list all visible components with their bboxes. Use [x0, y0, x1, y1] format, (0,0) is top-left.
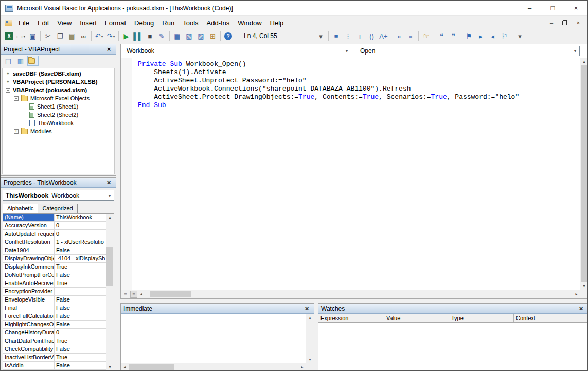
object-dropdown[interactable]: Workbook ▾ — [123, 46, 351, 56]
project-panel-close-button[interactable]: × — [104, 45, 113, 53]
child-close-button[interactable]: × — [572, 18, 584, 27]
property-row[interactable]: DoNotPromptForConFalse — [3, 271, 106, 279]
insert-userform-button[interactable]: ▭▾ — [15, 30, 27, 42]
property-name-cell[interactable]: Date1904 — [3, 246, 55, 255]
scroll-right-button[interactable]: ▸ — [298, 363, 306, 371]
watches-column-header-context[interactable]: Context — [514, 314, 588, 322]
project-tree[interactable]: +saveDBF (SaveDBF.xlam)+VBAProject (PERS… — [2, 68, 115, 174]
expand-toggle[interactable]: + — [6, 80, 10, 84]
properties-scrollbar[interactable]: ▴ ▾ — [106, 214, 114, 371]
properties-panel-close-button[interactable]: × — [104, 179, 113, 186]
tree-item[interactable]: ThisWorkbook — [3, 119, 114, 127]
expand-toggle[interactable]: − — [6, 88, 10, 93]
toggle-folders-button[interactable] — [27, 56, 39, 66]
scroll-down-button[interactable]: ▾ — [580, 282, 588, 290]
full-module-view-button[interactable]: ≡ — [130, 291, 137, 298]
immediate-panel-close-button[interactable]: × — [302, 305, 311, 312]
expand-toggle[interactable]: − — [14, 96, 19, 101]
menu-item-insert[interactable]: Insert — [76, 16, 101, 29]
property-row[interactable]: EncryptionProvider — [3, 288, 106, 296]
property-value-cell[interactable]: False — [55, 345, 106, 354]
property-name-cell[interactable]: EnvelopeVisible — [3, 296, 55, 304]
margin-indicator-bar[interactable] — [121, 58, 132, 290]
property-row[interactable]: ForceFullCalculationFalse — [3, 312, 106, 321]
property-value-cell[interactable]: False — [55, 312, 106, 321]
property-name-cell[interactable]: ConflictResolution — [3, 238, 55, 246]
property-name-cell[interactable]: CheckCompatibility — [3, 345, 55, 354]
immediate-horizontal-scrollbar[interactable]: ◂ ▸ — [121, 363, 306, 371]
watches-column-header-type[interactable]: Type — [449, 314, 514, 322]
maximize-button[interactable]: □ — [541, 1, 564, 15]
scroll-left-button[interactable]: ◂ — [121, 363, 129, 371]
scrollbar-track[interactable] — [129, 364, 298, 370]
menu-item-view[interactable]: View — [53, 16, 76, 29]
property-name-cell[interactable]: Final — [3, 304, 55, 312]
property-value-cell[interactable]: False — [55, 362, 106, 370]
code-horizontal-scrollbar[interactable]: ◂ ▸ — [137, 290, 580, 298]
property-row[interactable]: EnvelopeVisibleFalse — [3, 296, 106, 304]
view-object-button[interactable]: ▦ — [15, 56, 26, 66]
menu-item-help[interactable]: Help — [266, 16, 288, 29]
property-value-cell[interactable]: ThisWorkbook — [55, 214, 106, 222]
run-button[interactable]: ▶ — [120, 30, 132, 42]
property-value-cell[interactable]: False — [55, 296, 106, 304]
watches-panel-close-button[interactable]: × — [577, 305, 585, 312]
toggle-bookmark-button[interactable]: ⚑ — [463, 30, 475, 42]
scrollbar-thumb[interactable] — [150, 291, 191, 297]
scrollbar-track[interactable] — [145, 291, 573, 297]
expand-toggle[interactable]: + — [6, 72, 10, 76]
quick-info-button[interactable]: i — [354, 30, 366, 42]
edit-toolbar-options-button[interactable]: ▾ — [514, 30, 526, 42]
property-name-cell[interactable]: EnableAutoRecover — [3, 279, 55, 288]
property-name-cell[interactable]: EncryptionProvider — [3, 288, 55, 296]
property-value-cell[interactable]: False — [55, 246, 106, 255]
property-name-cell[interactable]: DisplayInkComments — [3, 263, 55, 271]
scroll-left-button[interactable]: ◂ — [137, 290, 145, 298]
property-name-cell[interactable]: (Name) — [3, 214, 55, 222]
previous-bookmark-button[interactable]: ◂ — [487, 30, 498, 42]
menu-item-debug[interactable]: Debug — [130, 16, 158, 29]
parameter-info-button[interactable]: () — [366, 30, 378, 42]
property-row[interactable]: ConflictResolution1 - xlUserResolutio — [3, 238, 106, 246]
tree-item[interactable]: Sheet2 (Sheet2) — [3, 111, 114, 119]
code-editor[interactable]: Private Sub Workbook_Open() Sheets(1).Ac… — [121, 58, 580, 290]
property-value-cell[interactable]: True — [55, 263, 106, 271]
view-code-button[interactable]: ▤ — [3, 56, 14, 66]
list-constants-button[interactable]: ⋮ — [342, 30, 354, 42]
scroll-up-button[interactable]: ▴ — [580, 58, 588, 65]
close-button[interactable]: × — [564, 1, 587, 15]
property-row[interactable]: ChangeHistoryDurat0 — [3, 329, 106, 337]
outdent-button[interactable]: « — [405, 30, 417, 42]
child-minimize-button[interactable]: – — [545, 18, 558, 27]
clear-bookmarks-button[interactable]: ⚐ — [498, 30, 510, 42]
menu-item-run[interactable]: Run — [158, 16, 179, 29]
property-value-cell[interactable]: 1 - xlUserResolutio — [55, 238, 106, 246]
scroll-right-button[interactable]: ▸ — [573, 290, 580, 298]
scroll-down-button[interactable]: ▾ — [306, 356, 314, 363]
horizontal-splitter[interactable] — [120, 299, 588, 303]
menu-item-file[interactable]: File — [14, 16, 33, 29]
tree-item[interactable]: −VBAProject (pokusad.xlsm) — [3, 86, 114, 94]
property-row[interactable]: FinalFalse — [3, 304, 106, 312]
property-row[interactable]: InactiveListBorderVisTrue — [3, 354, 106, 362]
property-value-cell[interactable]: 0 — [55, 222, 106, 230]
property-value-cell[interactable]: False — [55, 304, 106, 312]
property-name-cell[interactable]: DoNotPromptForCon — [3, 271, 55, 279]
redo-button[interactable]: ↷▾ — [105, 30, 117, 42]
watches-column-header-expression[interactable]: Expression — [318, 314, 384, 322]
property-row[interactable]: DisplayDrawingObje-4104 - xlDisplaySh — [3, 255, 106, 263]
property-row[interactable]: DisplayInkCommentsTrue — [3, 263, 106, 271]
find-button[interactable]: ∞ — [78, 30, 90, 42]
undo-button[interactable]: ↶▾ — [93, 30, 105, 42]
next-bookmark-button[interactable]: ▸ — [475, 30, 487, 42]
watches-list-area[interactable] — [318, 323, 588, 371]
tab-alphabetic[interactable]: Alphabetic — [3, 204, 38, 213]
property-value-cell[interactable]: 0 — [55, 329, 106, 337]
property-row[interactable]: AutoUpdateFrequen0 — [3, 230, 106, 238]
object-selector-dropdown[interactable]: ThisWorkbook Workbook ▾ — [3, 190, 114, 201]
object-browser-button[interactable]: ▨ — [195, 30, 207, 42]
procedure-dropdown[interactable]: Open ▾ — [357, 46, 580, 56]
scroll-up-button[interactable]: ▴ — [106, 214, 114, 221]
property-name-cell[interactable]: HighlightChangesOn — [3, 321, 55, 329]
menu-item-edit[interactable]: Edit — [33, 16, 53, 29]
